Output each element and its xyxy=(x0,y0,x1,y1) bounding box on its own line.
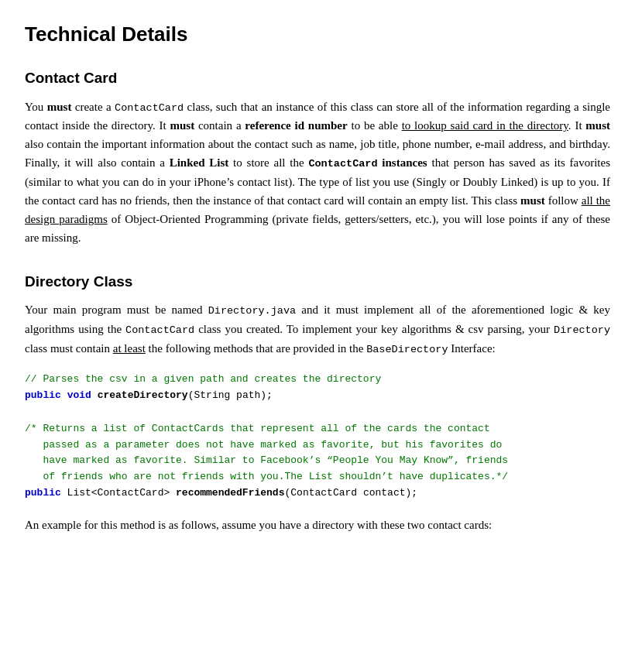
keyword-void-1: void xyxy=(67,389,91,401)
comment-line-2a: /* Returns a list of ContactCards that r… xyxy=(25,421,610,437)
directory-ref: Directory xyxy=(554,324,610,336)
comment-text-1: // Parses the csv in a given path and cr… xyxy=(25,373,381,385)
code-void-1 xyxy=(61,389,67,401)
must-bold-2: must xyxy=(170,119,194,132)
directory-class-section: Directory Class Your main program must b… xyxy=(25,270,610,534)
contact-card-paragraph: You must create a ContactCard class, suc… xyxy=(25,98,610,247)
code-comment-block-2: /* Returns a list of ContactCards that r… xyxy=(25,421,610,485)
code-list-type: List<ContactCard> recommendedFriends(Con… xyxy=(61,487,417,499)
example-paragraph: An example for this method is as follows… xyxy=(25,516,610,534)
contactcard-mono-bold: ContactCard xyxy=(308,158,377,170)
reference-id-bold: reference id number xyxy=(245,119,347,132)
instances-bold: instances xyxy=(382,156,427,169)
keyword-public-1: public xyxy=(25,389,61,401)
linked-list-bold: Linked List xyxy=(170,156,229,169)
code-block-1: // Parses the csv in a given path and cr… xyxy=(25,369,610,407)
directory-class-paragraph: Your main program must be named Director… xyxy=(25,300,610,358)
keyword-public-2: public xyxy=(25,487,61,499)
contactcard-ref-2: ContactCard xyxy=(125,324,194,336)
contact-card-section: Contact Card You must create a ContactCa… xyxy=(25,67,610,247)
lookup-link: to lookup said card in the directory xyxy=(402,119,568,132)
contact-card-class-ref: ContactCard xyxy=(115,102,184,114)
code-line-2: public List<ContactCard> recommendedFrie… xyxy=(25,485,610,502)
at-least-link: at least xyxy=(113,342,146,355)
comment-line-2c: have marked as favorite. Similar to Face… xyxy=(25,453,610,469)
page-title: Technical Details xyxy=(25,19,610,50)
basedirectory-ref: BaseDirectory xyxy=(366,344,448,355)
comment-line-2b: passed as a parameter does not have mark… xyxy=(25,437,610,454)
comment-line-2d: of friends who are not friends with you.… xyxy=(25,469,610,485)
must-bold-1: must xyxy=(47,101,72,113)
contact-card-heading: Contact Card xyxy=(25,67,610,89)
directory-class-heading: Directory Class xyxy=(25,270,610,293)
code-comment-line-1: // Parses the csv in a given path and cr… xyxy=(25,372,610,388)
must-bold-4: must xyxy=(520,194,545,207)
must-bold-3: must xyxy=(585,119,610,132)
code-method-1: createDirectory(String path); xyxy=(91,389,273,401)
directory-java-ref: Directory.java xyxy=(208,305,296,317)
code-line-1: public void createDirectory(String path)… xyxy=(25,388,610,404)
code-block-2: /* Returns a list of ContactCards that r… xyxy=(25,418,610,505)
